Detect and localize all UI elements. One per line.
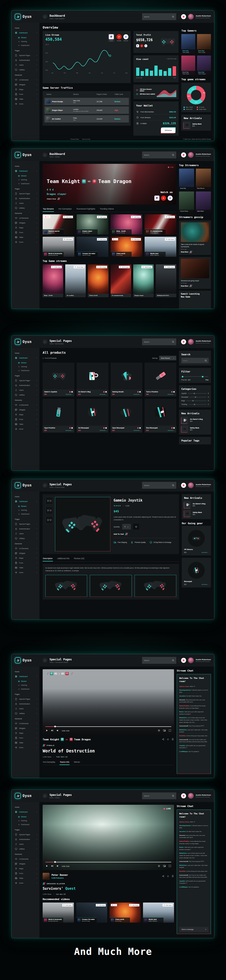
fullscreen-button[interactable] bbox=[169, 729, 171, 733]
table-row[interactable]: Dragon Slayer London at 1:30pm on June 1… bbox=[44, 107, 129, 114]
category-row[interactable]: Joystick8 bbox=[181, 393, 209, 394]
product-card[interactable]: Oyun Mousepad $30★★★★☆ bbox=[111, 399, 142, 433]
youtube-icon[interactable] bbox=[140, 45, 143, 47]
sidebar-item-widgets[interactable]: Widgets› bbox=[12, 221, 40, 225]
sidebar-item-icons[interactable]: Icons› bbox=[12, 240, 40, 245]
sidebar-item-icons[interactable]: Icons› bbox=[12, 881, 40, 885]
social-discord[interactable]: Discord bbox=[123, 33, 128, 42]
settings-button[interactable] bbox=[158, 864, 160, 868]
shop-search-box[interactable] bbox=[181, 358, 209, 363]
sidebar-item-widgets[interactable]: Widgets› bbox=[12, 82, 40, 87]
bookmark-button[interactable] bbox=[172, 737, 174, 741]
channel-avatar[interactable] bbox=[43, 873, 49, 880]
pip-button[interactable] bbox=[163, 729, 166, 733]
sidebar-item-special-pages[interactable]: Special Pages› bbox=[12, 832, 40, 837]
video-card[interactable]: 5.8k Views Dragon slayer Aiden Butler bbox=[77, 214, 108, 234]
search-input[interactable] bbox=[144, 16, 171, 18]
user-avatar[interactable] bbox=[188, 152, 194, 158]
sidebar-item-ui-elements[interactable]: UI Elements› bbox=[12, 216, 40, 221]
video-card[interactable]: 3.4k Views World of destruction Roselle … bbox=[43, 902, 74, 923]
color-options[interactable] bbox=[103, 391, 107, 393]
tab-additional-info[interactable]: Additional Info bbox=[57, 556, 70, 562]
sidebar-item-ui-elements[interactable]: UI Elements› bbox=[12, 546, 40, 551]
video-player[interactable]: LIVE 0:05 / 9:04 bbox=[43, 805, 174, 870]
sort-dropdown[interactable]: Most Recent⌄ bbox=[159, 356, 176, 360]
sidebar-item-authentication[interactable]: Authentication› bbox=[12, 58, 40, 63]
gossip-post[interactable]: Take a look at the results of esports to… bbox=[179, 221, 211, 255]
volume-button[interactable] bbox=[56, 864, 59, 868]
stream-poster-card[interactable]: 29.6k Views Dragon slayer bbox=[133, 264, 154, 297]
stream-poster-card[interactable]: 28.7k Views Chaos world bbox=[88, 264, 108, 297]
sidebar-item-icons[interactable]: Icons› bbox=[12, 570, 40, 575]
sidebar-subitem-gaming[interactable]: Gaming bbox=[19, 819, 40, 822]
twitch-icon[interactable] bbox=[154, 196, 160, 200]
tab-description[interactable]: Description bbox=[43, 556, 53, 562]
sidebar-item-table[interactable]: Table› bbox=[12, 422, 40, 426]
back-button[interactable]: ← bbox=[43, 658, 47, 663]
search-input[interactable] bbox=[144, 484, 171, 487]
search-box[interactable] bbox=[142, 13, 176, 20]
share-button[interactable] bbox=[162, 874, 164, 878]
category-row[interactable]: Mousepad3 bbox=[181, 396, 209, 398]
sidebar-item-authentication[interactable]: Authentication› bbox=[12, 196, 40, 201]
back-button[interactable]: ← bbox=[43, 153, 47, 157]
video-progress-bar[interactable] bbox=[45, 862, 171, 862]
tab-tournament-highlights[interactable]: Tournament highlights bbox=[76, 207, 95, 212]
sidebar-item-dashboard[interactable]: Dashboard› bbox=[12, 356, 40, 360]
sidebar-item-maps[interactable]: Maps› bbox=[12, 866, 40, 871]
sidebar-subitem-stream[interactable]: Stream bbox=[19, 36, 40, 40]
arrival-item[interactable]: Safety Mask$25 bbox=[181, 425, 209, 432]
video-card[interactable]: 6.5k Views Conquer the water James Frida… bbox=[76, 902, 107, 923]
category-row[interactable]: Trending2 bbox=[181, 404, 209, 405]
search-input[interactable] bbox=[144, 154, 171, 156]
color-options[interactable] bbox=[103, 427, 107, 429]
stream-poster-card[interactable]: 35.5k Views Battleground Zero bbox=[156, 264, 176, 297]
quantity-select[interactable]: 1⌄ bbox=[122, 524, 131, 530]
sidebar-item-utilities[interactable]: Utilities› bbox=[12, 67, 40, 72]
discord-icon[interactable] bbox=[123, 34, 128, 39]
sidebar-item-users[interactable]: Users› bbox=[12, 201, 40, 206]
sidebar-item-special-pages[interactable]: Special Pages› bbox=[12, 191, 40, 196]
stream-poster-card[interactable]: 34.5k Views Ninja - Zenith bbox=[43, 264, 63, 297]
video-card[interactable]: 6.5k Views F1 championship Peter Bennet bbox=[145, 214, 176, 234]
category-row[interactable]: Mugs9 bbox=[181, 400, 209, 401]
next-button[interactable] bbox=[51, 729, 54, 733]
product-card[interactable]: Oyun Pendrive $35★★★★☆ bbox=[43, 399, 74, 433]
social-twitch[interactable]: Twitch bbox=[108, 33, 115, 42]
watch-now-button[interactable]: Watch Now bbox=[47, 198, 60, 200]
sidebar-item-users[interactable]: Users› bbox=[12, 842, 40, 846]
notification-button[interactable] bbox=[181, 153, 186, 158]
sidebar-item-maps[interactable]: Maps› bbox=[12, 731, 40, 735]
like-button[interactable] bbox=[167, 874, 169, 878]
sidebar-subitem-stream[interactable]: Stream bbox=[19, 174, 40, 178]
arrival-item[interactable]: Safety Mask$25 bbox=[184, 510, 209, 517]
sidebar-item-ui-elements[interactable]: UI Elements› bbox=[12, 402, 40, 407]
sidebar-item-authentication[interactable]: Authentication› bbox=[12, 837, 40, 842]
gear-item[interactable]: VR Glasses $25★★★★☆ bbox=[182, 526, 211, 555]
sidebar-item-users[interactable]: Users› bbox=[12, 63, 40, 67]
sidebar-subitem-gaming[interactable]: Gaming bbox=[19, 178, 40, 181]
sidebar-item-table[interactable]: Table› bbox=[12, 876, 40, 881]
user-avatar[interactable] bbox=[188, 793, 194, 799]
sidebar-subitem-stream[interactable]: Stream bbox=[19, 504, 40, 508]
back-button[interactable]: ← bbox=[43, 14, 47, 19]
discord-icon[interactable] bbox=[168, 196, 173, 200]
sidebar-item-special-pages[interactable]: Special Pages› bbox=[12, 378, 40, 383]
gamer-card[interactable]: Denis Ray Team Knight bbox=[197, 34, 211, 54]
sidebar-subitem-gaming[interactable]: Gaming bbox=[19, 40, 40, 43]
sidebar-item-dashboard[interactable]: Dashboard› bbox=[12, 674, 40, 679]
video-card[interactable]: 3.4k Views Ninja - Zenith Conner Flores bbox=[111, 214, 142, 234]
tab-review-10-[interactable]: Review (10) bbox=[74, 556, 84, 562]
search-box[interactable] bbox=[142, 792, 176, 799]
tab-hot-gameplays[interactable]: Hot Gameplays bbox=[58, 207, 72, 212]
footer-link[interactable]: Privacy Policy bbox=[71, 138, 79, 140]
sidebar-item-table[interactable]: Table› bbox=[12, 565, 40, 570]
share-button[interactable] bbox=[162, 737, 164, 741]
tab-hot-gameplay[interactable]: Hot Gameplay bbox=[43, 760, 55, 765]
sidebar-item-authentication[interactable]: Authentication› bbox=[12, 702, 40, 706]
color-options[interactable] bbox=[70, 427, 73, 429]
product-card[interactable]: Go Gamer's Mug $25★★★★☆ bbox=[77, 363, 108, 396]
gamer-card[interactable]: Denis Ray Team Ninja bbox=[181, 56, 195, 75]
sidebar-item-ui-elements[interactable]: UI Elements› bbox=[12, 721, 40, 726]
search-input[interactable] bbox=[144, 659, 171, 662]
